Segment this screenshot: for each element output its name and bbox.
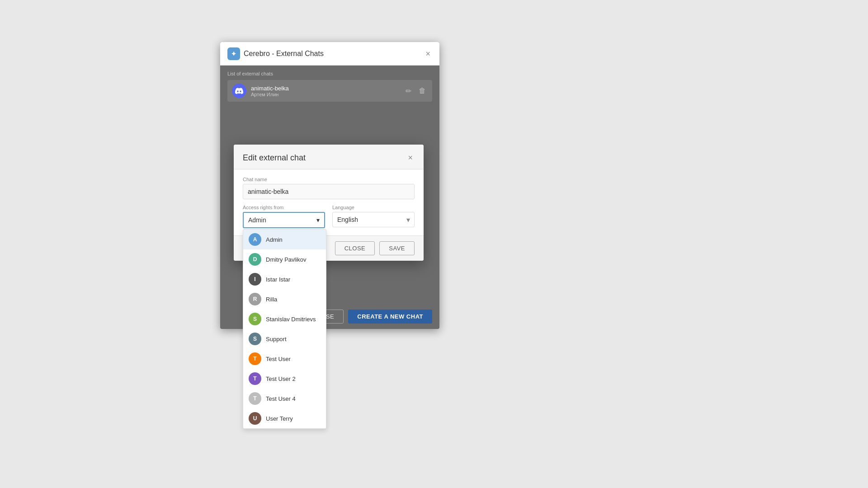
avatar-istar: I (249, 273, 261, 286)
cerebro-icon: ✦ (227, 47, 240, 60)
dropdown-label-stanislav: Stanislav Dmitrievs (266, 316, 316, 323)
chat-name: animatic-belka (251, 85, 399, 92)
avatar-test2: T (249, 372, 261, 385)
delete-chat-button[interactable]: 🗑 (417, 86, 428, 96)
dropdown-item-support[interactable]: S Support (243, 329, 326, 349)
access-select-button[interactable]: Admin ▾ (243, 212, 325, 228)
language-select[interactable]: English Russian German French (332, 212, 415, 227)
avatar-test4: T (249, 392, 261, 405)
edit-modal-title: Edit external chat (243, 153, 306, 163)
edit-modal: Edit external chat × Chat name Access ri… (234, 145, 424, 261)
avatar-stanislav: S (249, 313, 261, 325)
avatar-support: S (249, 333, 261, 345)
outer-dialog-title-area: ✦ Cerebro - External Chats (227, 47, 324, 60)
dropdown-label-support: Support (266, 336, 287, 343)
dropdown-label-test2: Test User 2 (266, 375, 296, 382)
avatar-test1: T (249, 352, 261, 365)
dropdown-list: A Admin D Dmitry Pavlikov I Istar Istar … (243, 229, 326, 429)
access-select-value: Admin (248, 216, 266, 224)
edit-modal-header: Edit external chat × (234, 145, 424, 169)
avatar-terry: U (249, 412, 261, 425)
dropdown-label-admin: Admin (266, 236, 283, 243)
chat-list-item: animatic-belka Артем Илин ✏ 🗑 (227, 80, 432, 102)
dropdown-label-test4: Test User 4 (266, 395, 296, 402)
language-wrapper: English Russian German French (332, 212, 415, 227)
avatar-admin: A (249, 233, 261, 246)
dropdown-item-test4[interactable]: T Test User 4 (243, 389, 326, 408)
dropdown-item-admin[interactable]: A Admin (243, 230, 326, 249)
discord-avatar (232, 84, 246, 98)
outer-dialog-header: ✦ Cerebro - External Chats × (220, 42, 439, 66)
chat-name-input[interactable] (243, 184, 415, 199)
chat-sub: Артем Илин (251, 92, 399, 97)
dropdown-label-test1: Test User (266, 356, 291, 362)
outer-dialog-close-button[interactable]: × (424, 48, 432, 60)
language-label: Language (332, 205, 415, 210)
section-label: List of external chats (227, 71, 432, 76)
avatar-dmitry: D (249, 253, 261, 266)
dropdown-item-terry[interactable]: U User Terry (243, 408, 326, 428)
access-chevron-icon: ▾ (316, 216, 320, 224)
edit-modal-body: Chat name Access rights from Admin ▾ A A… (234, 169, 424, 235)
dropdown-label-istar: Istar Istar (266, 276, 290, 283)
dropdown-item-istar[interactable]: I Istar Istar (243, 269, 326, 289)
save-button[interactable]: SAVE (379, 241, 415, 255)
access-label: Access rights from (243, 205, 325, 210)
avatar-rilla: R (249, 293, 261, 305)
dropdown-label-dmitry: Dmitry Pavlikov (266, 256, 307, 263)
dropdown-label-terry: User Terry (266, 415, 293, 422)
chat-name-label: Chat name (243, 177, 415, 182)
dropdown-item-rilla[interactable]: R Rilla (243, 289, 326, 309)
chat-info: animatic-belka Артем Илин (251, 85, 399, 97)
dropdown-label-rilla: Rilla (266, 296, 277, 303)
edit-close-button[interactable]: CLOSE (335, 241, 375, 255)
chat-actions: ✏ 🗑 (404, 86, 428, 96)
two-col-section: Access rights from Admin ▾ A Admin D Dmi… (243, 205, 415, 228)
access-rights-col: Access rights from Admin ▾ A Admin D Dmi… (243, 205, 325, 228)
dropdown-item-dmitry[interactable]: D Dmitry Pavlikov (243, 249, 326, 269)
outer-dialog-title-text: Cerebro - External Chats (244, 50, 324, 58)
edit-chat-button[interactable]: ✏ (404, 86, 413, 96)
edit-modal-close-x-button[interactable]: × (406, 152, 415, 164)
dropdown-item-test2[interactable]: T Test User 2 (243, 369, 326, 389)
create-new-chat-button[interactable]: CREATE A NEW CHAT (348, 310, 432, 324)
dropdown-item-stanislav[interactable]: S Stanislav Dmitrievs (243, 309, 326, 329)
language-col: Language English Russian German French (332, 205, 415, 228)
dropdown-item-test1[interactable]: T Test User (243, 349, 326, 369)
